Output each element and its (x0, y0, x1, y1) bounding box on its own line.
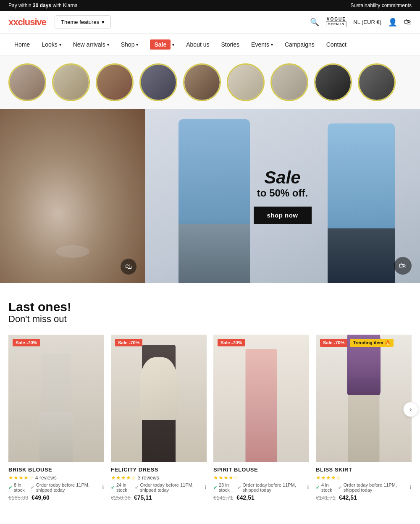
product-stars: ★★★★☆ (8, 474, 34, 481)
cart-icon[interactable]: 🛍 (404, 18, 412, 26)
story-circle-2[interactable] (52, 63, 90, 101)
sustainability-link[interactable]: Sustainability commitments (351, 3, 412, 8)
theme-features-button[interactable]: Theme features ▾ (55, 15, 111, 29)
nav-about-us[interactable]: About us (180, 35, 215, 54)
product-stock: ✔ 24 in stock ✔ Order today before 11PM,… (111, 482, 207, 493)
chevron-down-icon: ▾ (59, 42, 61, 47)
nav-home[interactable]: Home (8, 35, 36, 54)
product-stock: ✔ 8 in stock ✔ Order today before 11PM, … (8, 482, 104, 493)
chevron-down-icon: ▾ (107, 42, 109, 47)
product-stock: ✔ 4 in stock ✔ Order today before 11PM, … (316, 482, 412, 493)
price-old: €165,33 (8, 495, 28, 501)
last-ones-section: Last ones! Don't miss out Sale -70% BRIS… (0, 283, 420, 509)
nav-new-arrivals[interactable]: New arrivals ▾ (67, 35, 115, 54)
nav-campaigns[interactable]: Campaigns (279, 35, 320, 54)
chevron-down-icon: ▾ (102, 19, 105, 25)
top-bar: Pay within 30 days with Klarna Sustainab… (0, 0, 420, 11)
hero-sale-subtitle: to 50% off. (254, 187, 312, 199)
story-circle-8[interactable] (314, 63, 352, 101)
story-circle-3[interactable] (96, 63, 134, 101)
price-new: €75,11 (134, 494, 152, 501)
story-circle-5[interactable] (183, 63, 221, 101)
product-reviews: 3 reviews (138, 475, 159, 481)
price-old: €141,71 (213, 495, 233, 501)
price-new: €42,51 (236, 494, 255, 501)
hero-section: 🛍 Sale to 50% off. shop now 🛍 (0, 109, 420, 283)
product-stars: ★★★★☆ (316, 474, 341, 481)
product-card-brisk-blouse: Sale -70% BRISK BLOUSE ★★★★☆ 4 reviews ✔… (8, 335, 104, 501)
chevron-down-icon: ▾ (172, 42, 174, 47)
product-badges: Sale -70% (115, 339, 142, 346)
hero-left-image: 🛍 (0, 109, 145, 283)
bag-icon-left[interactable]: 🛍 (121, 259, 136, 275)
header-right: 🔍 VOGUE SEEN IN NL (EUR €) 👤 🛍 (310, 17, 412, 27)
product-image-brisk-blouse[interactable]: Sale -70% (8, 335, 104, 462)
story-circle-1[interactable] (8, 63, 46, 101)
story-circle-6[interactable] (227, 63, 265, 101)
price-row: €141,71 €42,51 (316, 494, 412, 501)
klarna-info: Pay within 30 days with Klarna (8, 3, 78, 8)
info-icon[interactable]: ℹ (307, 485, 309, 490)
theme-features-label: Theme features (61, 19, 99, 25)
header: xxclusive Theme features ▾ 🔍 VOGUE SEEN … (0, 11, 420, 34)
chevron-down-icon: ▾ (271, 42, 273, 47)
section-subtitle: Don't miss out (8, 314, 412, 325)
product-image-felicity-dress[interactable]: Sale -70% (111, 335, 207, 462)
story-circle-7[interactable] (270, 63, 308, 101)
product-card-spirit-blouse: Sale -70% SPIRIT BLOUSE ★★★★☆ ✔ 23 in st… (213, 335, 309, 501)
product-name: BRISK BLOUSE (8, 466, 104, 473)
nav-stories[interactable]: Stories (215, 35, 246, 54)
price-row: €141,71 €42,51 (213, 494, 309, 501)
section-title: Last ones! (8, 300, 412, 314)
product-name: FELICITY DRESS (111, 466, 207, 473)
search-icon[interactable]: 🔍 (310, 18, 319, 27)
shop-now-button[interactable]: shop now (254, 207, 312, 224)
hero-sale-overlay: Sale to 50% off. shop now (254, 168, 312, 224)
story-circle-4[interactable] (139, 63, 177, 101)
product-badges: Sale -70% (13, 339, 40, 346)
story-circle-9[interactable] (358, 63, 396, 101)
price-row: €250,36 €75,11 (111, 494, 207, 501)
nav-shop[interactable]: Shop ▾ (115, 35, 144, 54)
check-icon: ✔ (8, 485, 12, 490)
vogue-badge: SEEN IN (326, 21, 346, 27)
carousel-next-button[interactable]: › (403, 402, 418, 417)
hero-sale-title: Sale (254, 168, 312, 187)
currency-selector[interactable]: NL (EUR €) (353, 19, 381, 25)
product-reviews: 4 reviews (35, 475, 57, 481)
check-icon: ✔ (111, 485, 115, 490)
hero-right-image: Sale to 50% off. shop now 🛍 (145, 109, 420, 283)
product-image-spirit-blouse[interactable]: Sale -70% (213, 335, 309, 462)
bag-icon-right[interactable]: 🛍 (394, 257, 412, 275)
price-new: €42,51 (339, 494, 357, 501)
nav-looks[interactable]: Looks ▾ (36, 35, 67, 54)
sale-badge: Sale -70% (320, 339, 347, 347)
main-nav: Home Looks ▾ New arrivals ▾ Shop ▾ Sale … (0, 34, 420, 56)
check-icon: ✔ (316, 485, 320, 490)
product-stars: ★★★★☆ (213, 474, 239, 481)
product-stars: ★★★★☆ (111, 474, 136, 481)
account-icon[interactable]: 👤 (388, 18, 397, 27)
product-card-bliss-skirt: Sale -70% Trending item 🔥 BLISS SKIRT ★★… (316, 335, 412, 501)
product-image-bliss-skirt[interactable]: Sale -70% Trending item 🔥 (316, 335, 412, 462)
product-name: SPIRIT BLOUSE (213, 466, 309, 473)
stories-row (0, 56, 420, 109)
product-badges: Sale -70% (218, 339, 245, 346)
logo[interactable]: xxclusive (8, 17, 46, 28)
info-icon[interactable]: ℹ (205, 485, 207, 490)
info-icon[interactable]: ℹ (410, 485, 412, 490)
sale-badge: Sale -70% (218, 339, 245, 346)
check-icon: ✔ (213, 485, 217, 490)
trending-badge: Trending item 🔥 (350, 339, 393, 347)
nav-events[interactable]: Events ▾ (245, 35, 279, 54)
chevron-down-icon: ▾ (136, 42, 138, 47)
product-stock: ✔ 23 in stock ✔ Order today before 11PM,… (213, 482, 309, 493)
vogue-seen-in: VOGUE SEEN IN (326, 17, 346, 27)
info-icon[interactable]: ℹ (102, 485, 104, 490)
nav-sale-wrapper[interactable]: Sale ▾ (144, 34, 180, 55)
sale-badge: Sale -70% (115, 339, 142, 346)
nav-contact[interactable]: Contact (320, 35, 352, 54)
products-grid: Sale -70% BRISK BLOUSE ★★★★☆ 4 reviews ✔… (8, 335, 412, 501)
price-row: €165,33 €49,60 (8, 494, 104, 501)
nav-sale[interactable]: Sale (150, 39, 171, 50)
